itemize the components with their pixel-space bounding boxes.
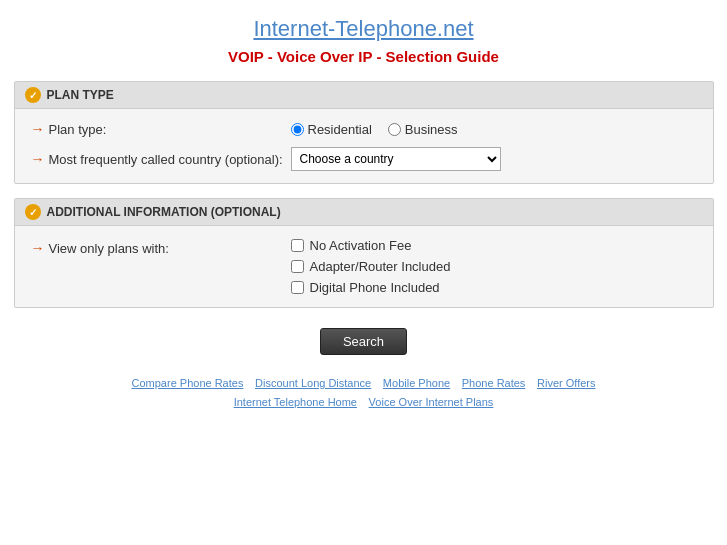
plan-type-title: PLAN TYPE xyxy=(47,88,114,102)
adapter-router-checkbox[interactable] xyxy=(291,260,304,273)
footer-link-river[interactable]: River Offers xyxy=(537,377,595,389)
residential-label: Residential xyxy=(308,122,372,137)
no-activation-checkbox[interactable] xyxy=(291,239,304,252)
footer-row-1: Compare Phone Rates Discount Long Distan… xyxy=(14,375,714,390)
country-label: Most frequently called country (optional… xyxy=(49,152,283,167)
no-activation-option[interactable]: No Activation Fee xyxy=(291,238,451,253)
digital-phone-option[interactable]: Digital Phone Included xyxy=(291,280,451,295)
page-wrapper: Internet-Telephone.net VOIP - Voice Over… xyxy=(14,0,714,429)
additional-content: → View only plans with: No Activation Fe… xyxy=(15,226,713,307)
footer-link-home[interactable]: Internet Telephone Home xyxy=(234,396,357,408)
additional-header: ✓ ADDITIONAL INFORMATION (optional) xyxy=(15,199,713,226)
view-plans-arrow-label: → View only plans with: xyxy=(31,238,291,256)
footer-link-voip[interactable]: Voice Over Internet Plans xyxy=(369,396,494,408)
plan-type-label: Plan type: xyxy=(49,122,107,137)
search-button[interactable]: Search xyxy=(320,328,407,355)
footer-link-mobile[interactable]: Mobile Phone xyxy=(383,377,450,389)
residential-option[interactable]: Residential xyxy=(291,122,372,137)
country-select[interactable]: Choose a country United States United Ki… xyxy=(291,147,501,171)
footer-link-compare[interactable]: Compare Phone Rates xyxy=(132,377,244,389)
checkboxes-col: No Activation Fee Adapter/Router Include… xyxy=(291,238,451,295)
additional-icon: ✓ xyxy=(25,204,41,220)
business-option[interactable]: Business xyxy=(388,122,458,137)
arrow-icon-3: → xyxy=(31,240,45,256)
plan-type-icon: ✓ xyxy=(25,87,41,103)
additional-section: ✓ ADDITIONAL INFORMATION (optional) → Vi… xyxy=(14,198,714,308)
country-row: → Most frequently called country (option… xyxy=(31,147,697,171)
footer-row-2: Internet Telephone Home Voice Over Inter… xyxy=(14,394,714,409)
business-radio[interactable] xyxy=(388,123,401,136)
arrow-icon-2: → xyxy=(31,151,45,167)
footer-link-discount[interactable]: Discount Long Distance xyxy=(255,377,371,389)
page-subtitle: VOIP - Voice Over IP - Selection Guide xyxy=(14,48,714,65)
no-activation-label: No Activation Fee xyxy=(310,238,412,253)
adapter-router-label: Adapter/Router Included xyxy=(310,259,451,274)
plan-type-header: ✓ PLAN TYPE xyxy=(15,82,713,109)
business-label: Business xyxy=(405,122,458,137)
search-area: Search xyxy=(14,328,714,355)
plan-type-radio-group: Residential Business xyxy=(291,122,458,137)
digital-phone-checkbox[interactable] xyxy=(291,281,304,294)
additional-title: ADDITIONAL INFORMATION (optional) xyxy=(47,205,281,219)
adapter-router-option[interactable]: Adapter/Router Included xyxy=(291,259,451,274)
digital-phone-label: Digital Phone Included xyxy=(310,280,440,295)
footer-links: Compare Phone Rates Discount Long Distan… xyxy=(14,375,714,409)
country-arrow-label: → Most frequently called country (option… xyxy=(31,151,291,167)
view-plans-label: View only plans with: xyxy=(49,241,169,256)
view-plans-row: → View only plans with: No Activation Fe… xyxy=(31,238,697,295)
site-title[interactable]: Internet-Telephone.net xyxy=(14,16,714,42)
arrow-icon-1: → xyxy=(31,121,45,137)
footer-link-phone-rates[interactable]: Phone Rates xyxy=(462,377,526,389)
plan-type-row: → Plan type: Residential Business xyxy=(31,121,697,137)
residential-radio[interactable] xyxy=(291,123,304,136)
plan-type-content: → Plan type: Residential Business xyxy=(15,109,713,183)
plan-type-section: ✓ PLAN TYPE → Plan type: Residential Bus xyxy=(14,81,714,184)
plan-type-arrow-label: → Plan type: xyxy=(31,121,291,137)
